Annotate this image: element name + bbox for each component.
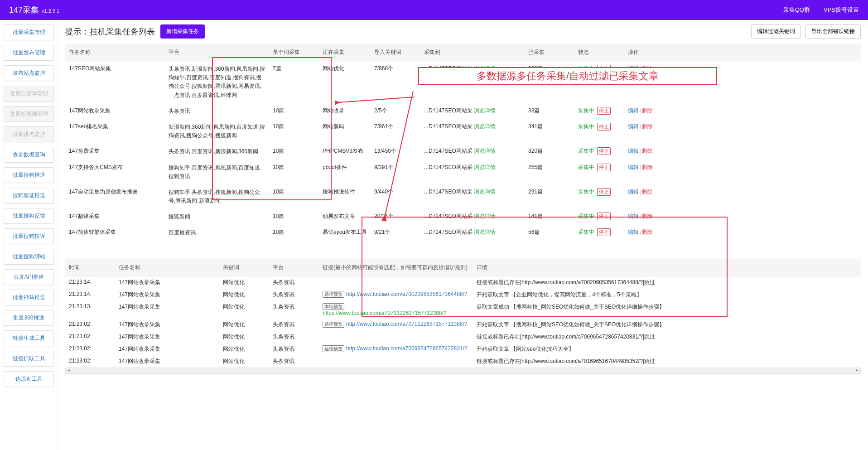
cell-link: 远程预览http://www.toutiao.com/a700209853561… xyxy=(319,289,473,301)
cell-name: 147网站收录采集 xyxy=(115,276,219,289)
cell-status: 采集中 停止 xyxy=(574,103,624,119)
cell-detail: 链接或标题已存在[http://www.toutiao.com/a7016965… xyxy=(473,355,861,368)
delete-link[interactable]: 删除 xyxy=(642,229,653,235)
detail-link[interactable]: 浏览详情 xyxy=(474,107,496,114)
detail-link[interactable]: 浏览详情 xyxy=(474,164,496,170)
log-url[interactable]: http://www.toutiao.com/a7002098535617364… xyxy=(346,291,468,297)
cell-platform: 头条资讯 xyxy=(269,331,319,343)
log-row: 21:23:14:147网站收录采集网站优化头条资讯远程预览http://www… xyxy=(65,289,861,301)
delete-link[interactable]: 删除 xyxy=(642,213,653,219)
edit-link[interactable]: 编辑 xyxy=(628,65,639,72)
table-row: 147SEO网站采集头条资讯,新浪新闻,360新闻,凤凰新闻,搜狗知乎,百度资讯… xyxy=(65,61,861,103)
remote-preview-tag[interactable]: 远程预览 xyxy=(323,345,344,352)
stop-button[interactable]: 停止 xyxy=(597,65,611,73)
col-single: 单个词采集 xyxy=(269,44,319,61)
cell-name: 147自动采集为原创发布推送 xyxy=(65,184,165,209)
cell-to: ...D:\147SEO网站采 浏览详情 xyxy=(420,103,525,119)
cell-detail: 开始获取文章 【网站seo优化技巧大全】 xyxy=(473,343,861,355)
log-col-name: 任务名称 xyxy=(115,259,219,276)
cell-op: 编辑|删除 xyxy=(624,61,861,103)
cell-op: 编辑|删除 xyxy=(624,144,861,160)
cell-import: 13/450个 xyxy=(371,144,420,160)
header-link-qq[interactable]: 采集QQ群 xyxy=(783,6,810,14)
delete-link[interactable]: 删除 xyxy=(642,148,653,154)
sidebar-item-0[interactable]: 批量采集管理 xyxy=(4,24,54,40)
edit-link[interactable]: 编辑 xyxy=(628,123,639,130)
filter-keyword-button[interactable]: 编辑过滤关键词 xyxy=(751,24,801,39)
cell-single: 10篇 xyxy=(269,103,319,119)
app-version: v1.2.9.1 xyxy=(42,8,59,14)
detail-link[interactable]: 浏览详情 xyxy=(474,148,496,154)
cell-time: 21:23:13: xyxy=(65,301,115,319)
cell-collecting: 搜狗推送软件 xyxy=(319,184,371,209)
stop-button[interactable]: 停止 xyxy=(597,213,611,220)
delete-link[interactable]: 删除 xyxy=(642,65,653,72)
edit-link[interactable]: 编辑 xyxy=(628,189,639,195)
cell-collected: 260篇 xyxy=(525,61,574,103)
sidebar-item-9[interactable]: 批量搜狗反馈 xyxy=(4,208,54,224)
app-title: 147采集 xyxy=(9,5,39,15)
col-platform: 平台 xyxy=(165,44,269,61)
horizontal-scrollbar[interactable] xyxy=(65,368,861,374)
cell-collected: 56篇 xyxy=(525,225,574,241)
cell-import: 9/391个 xyxy=(371,160,420,184)
cell-name: 147网站收录采集 xyxy=(115,301,219,319)
sidebar-item-15[interactable]: 链接生成工具 xyxy=(4,330,54,346)
sidebar-item-8[interactable]: 搜狗验证推送 xyxy=(4,188,54,203)
delete-link[interactable]: 删除 xyxy=(642,123,653,130)
stop-button[interactable]: 停止 xyxy=(597,188,611,196)
header-link-vps[interactable]: VPS拨号设置 xyxy=(824,6,859,14)
cell-time: 21:23:02: xyxy=(65,319,115,331)
cell-keyword: 网站优化 xyxy=(219,276,269,289)
edit-link[interactable]: 编辑 xyxy=(628,164,639,170)
stop-button[interactable]: 停止 xyxy=(597,228,611,236)
cell-collected: 33篇 xyxy=(525,103,574,119)
cell-collecting: 网站源码 xyxy=(319,119,371,144)
add-task-button[interactable]: 新增采集任务 xyxy=(160,24,205,39)
cell-to: ...D:\147SEO网站采 浏览详情 xyxy=(420,119,525,144)
delete-link[interactable]: 删除 xyxy=(642,189,653,195)
delete-link[interactable]: 删除 xyxy=(642,107,653,114)
edit-link[interactable]: 编辑 xyxy=(628,107,639,114)
stop-button[interactable]: 停止 xyxy=(597,147,611,155)
detail-link[interactable]: 浏览详情 xyxy=(474,213,496,219)
remote-preview-tag[interactable]: 远程预览 xyxy=(323,321,344,328)
detail-link[interactable]: 浏览详情 xyxy=(474,229,496,235)
sidebar-item-12[interactable]: 百度API推送 xyxy=(4,269,54,285)
edit-link[interactable]: 编辑 xyxy=(628,148,639,154)
sidebar-item-16[interactable]: 链接抓取工具 xyxy=(4,351,54,367)
cell-collected: 255篇 xyxy=(525,160,574,184)
cell-import: 9/21个 xyxy=(371,225,420,241)
sidebar-item-11[interactable]: 批量搜狗绑站 xyxy=(4,249,54,265)
detail-link[interactable]: 浏览详情 xyxy=(474,65,496,72)
log-url[interactable]: http://www.toutiao.com/a7069654728657420… xyxy=(346,345,468,352)
edit-link[interactable]: 编辑 xyxy=(628,213,639,219)
stop-button[interactable]: 停止 xyxy=(597,107,611,115)
edit-link[interactable]: 编辑 xyxy=(628,229,639,235)
local-preview-tag[interactable]: 本地预览 xyxy=(323,303,344,310)
cell-time: 21:23:02: xyxy=(65,343,115,355)
detail-link[interactable]: 浏览详情 xyxy=(474,189,496,195)
sidebar-item-10[interactable]: 批量搜狗投诉 xyxy=(4,228,54,244)
sidebar-item-2[interactable]: 发布站点监控 xyxy=(4,65,54,81)
remote-preview-tag[interactable]: 远程预览 xyxy=(323,291,344,298)
sidebar-item-6[interactable]: 收录数据查询 xyxy=(4,147,54,163)
export-error-button[interactable]: 导出全部错误链接 xyxy=(805,24,861,39)
delete-link[interactable]: 删除 xyxy=(642,164,653,170)
detail-link[interactable]: 浏览详情 xyxy=(474,123,496,130)
sidebar: 批量采集管理批量发布管理发布站点监控批量自媒体管理批量短视频管理批量排名监控收录… xyxy=(0,20,58,450)
sidebar-item-7[interactable]: 批量搜狗推送 xyxy=(4,167,54,183)
table-row: 147网站收录采集头条资讯10篇网站收录2/5个...D:\147SEO网站采 … xyxy=(65,103,861,119)
log-url[interactable]: http://www.toutiao.com/a7071122637157712… xyxy=(346,321,468,327)
sidebar-item-17[interactable]: 伪原创工具 xyxy=(4,371,54,387)
stop-button[interactable]: 停止 xyxy=(597,164,611,171)
log-url[interactable]: https://www.toutiao.com/a707112263715771… xyxy=(323,310,447,316)
sidebar-item-13[interactable]: 批量神马推送 xyxy=(4,290,54,305)
status-running: 采集中 xyxy=(578,65,594,73)
cell-name: 147翻译采集 xyxy=(65,209,165,225)
sidebar-item-1[interactable]: 批量发布管理 xyxy=(4,45,54,61)
cell-platform: 头条资讯 xyxy=(269,301,319,319)
stop-button[interactable]: 停止 xyxy=(597,123,611,131)
sidebar-item-14[interactable]: 批量360推送 xyxy=(4,310,54,326)
cell-platform: 头条资讯,百度资讯,新浪新闻,360新闻 xyxy=(165,144,269,160)
